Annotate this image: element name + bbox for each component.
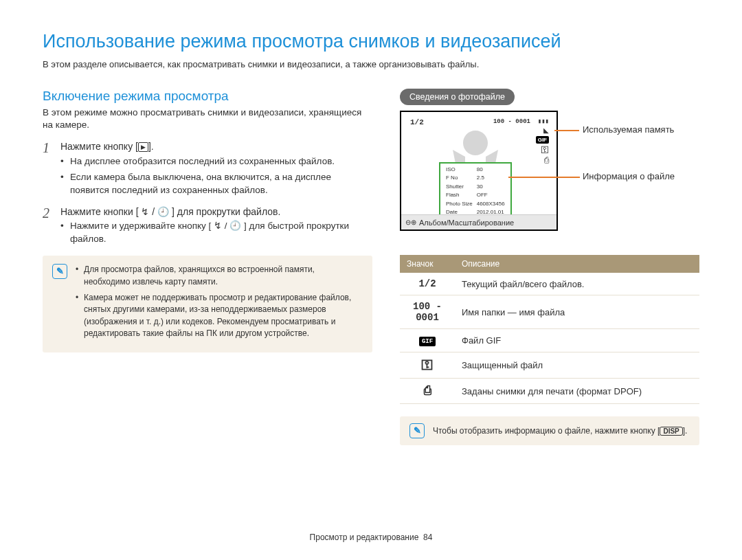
callout-memory: Используемая память [583, 124, 674, 135]
row-icon-counter: 1/2 [400, 273, 455, 295]
note-item: Камера может не поддерживать просмотр и … [76, 292, 363, 340]
printer-icon: ⎙ [424, 384, 431, 398]
camera-screen-footer: ⊖⊕ Альбом/Масштабирование [401, 214, 556, 229]
step1-label-post: ]. [148, 141, 154, 152]
footer-chapter: Просмотр и редактирование [310, 533, 419, 542]
top-right-icon-stack: 100 - 0001 ▮▮▮ ◣ GIF ⚿ ⎙ [493, 117, 549, 164]
intro-text: В этом разделе описывается, как просматр… [43, 59, 699, 69]
section-heading: Включение режима просмотра [43, 89, 372, 104]
table-row: ⎙ Заданы снимки для печати (формат DPOF) [400, 379, 699, 404]
row-desc: Защищенный файл [455, 352, 699, 379]
table-row: GIF Файл GIF [400, 329, 699, 352]
table-row: ⚿ Защищенный файл [400, 352, 699, 379]
note-icon: ✎ [409, 423, 425, 438]
two-column-layout: Включение режима просмотра В этом режиме… [43, 89, 699, 445]
folder-file-label: 100 - 0001 ▮▮▮ [493, 117, 549, 125]
th-description: Описание [455, 255, 699, 273]
step-1-label: Нажмите кнопку [▶]. [60, 141, 372, 152]
row-desc: Заданы снимки для печати (формат DPOF) [455, 379, 699, 404]
file-info-table: ISO80 F No2.5 Shutter30 FlashOFF Photo S… [443, 165, 508, 217]
step-body: Нажмите кнопку [▶]. На дисплее отобразит… [60, 141, 372, 199]
note-box-disp: ✎ Чтобы отобразить информацию о файле, н… [400, 416, 699, 445]
row-icon-folderfile: 100 - 0001 [400, 295, 455, 329]
row-icon-key: ⚿ [400, 352, 455, 379]
section-paragraph: В этом режиме можно просматривать снимки… [43, 107, 372, 131]
gif-badge-icon: GIF [419, 337, 436, 346]
camera-screen: 1/2 100 - 0001 ▮▮▮ ◣ GIF ⚿ ⎙ ISO80 [400, 111, 558, 231]
right-column: Сведения о фотофайле 1/2 100 - 0001 ▮▮▮ … [400, 89, 699, 445]
printer-icon: ⎙ [544, 156, 549, 164]
table-row: 100 - 0001 Имя папки — имя файла [400, 295, 699, 329]
row-desc: Текущий файл/всего файлов. [455, 273, 699, 295]
page-footer: Просмотр и редактирование 84 [0, 533, 742, 542]
disp-button-icon: DISP [660, 427, 682, 436]
note-box: ✎ Для просмотра файлов, хранящихся во вс… [43, 256, 372, 352]
subsection-pill: Сведения о фотофайле [400, 89, 515, 105]
step-number: 2 [43, 206, 60, 249]
bullet: Если камера была выключена, она включитс… [60, 171, 372, 197]
note-icon: ✎ [52, 264, 67, 279]
footer-label: Альбом/Масштабирование [419, 219, 514, 227]
file-counter: 1/2 [410, 118, 424, 126]
footer-page-number: 84 [423, 533, 432, 542]
playback-button-icon: ▶ [138, 142, 148, 152]
page-title: Использование режима просмотра снимков и… [43, 31, 699, 52]
icon-description-table: Значок Описание 1/2 Текущий файл/всего ф… [400, 255, 699, 404]
camera-screen-figure: 1/2 100 - 0001 ▮▮▮ ◣ GIF ⚿ ⎙ ISO80 [400, 111, 699, 248]
step-2: 2 Нажмите кнопки [ ↯ / 🕘 ] для прокрутки… [43, 206, 372, 249]
callout-file-info: Информация о файле [583, 171, 675, 181]
zoom-icon: ⊖⊕ [405, 219, 416, 226]
row-desc: Файл GIF [455, 329, 699, 352]
row-icon-gif: GIF [400, 329, 455, 352]
step-number: 1 [43, 141, 60, 199]
step-1-bullets: На дисплее отобразится последний из сохр… [60, 155, 372, 197]
th-icon: Значок [400, 255, 455, 273]
step-1: 1 Нажмите кнопку [▶]. На дисплее отобраз… [43, 141, 372, 199]
step-2-bullets: Нажмите и удерживайте кнопку [ ↯ / 🕘 ] д… [60, 220, 372, 246]
callout-line [554, 130, 579, 131]
table-row: 1/2 Текущий файл/всего файлов. [400, 273, 699, 295]
callout-line [508, 177, 580, 178]
row-icon-printer: ⎙ [400, 379, 455, 404]
file-info-panel: ISO80 F No2.5 Shutter30 FlashOFF Photo S… [439, 162, 512, 220]
bullet: На дисплее отобразится последний из сохр… [60, 155, 372, 168]
row-desc: Имя папки — имя файла [455, 295, 699, 329]
note-list: Для просмотра файлов, хранящихся во встр… [76, 264, 363, 344]
bullet: Нажмите и удерживайте кнопку [ ↯ / 🕘 ] д… [60, 220, 372, 246]
left-column: Включение режима просмотра В этом режиме… [43, 89, 372, 445]
memory-card-icon: ◣ [543, 127, 549, 134]
step-body: Нажмите кнопки [ ↯ / 🕘 ] для прокрутки ф… [60, 206, 372, 249]
protected-key-icon: ⚿ [541, 146, 549, 154]
camera-screen-inner: 1/2 100 - 0001 ▮▮▮ ◣ GIF ⚿ ⎙ ISO80 [405, 115, 553, 226]
protected-key-icon: ⚿ [421, 359, 434, 372]
note-item: Для просмотра файлов, хранящихся во встр… [76, 264, 363, 288]
gif-badge-icon: GIF [536, 136, 549, 144]
note-text: Чтобы отобразить информацию о файле, наж… [433, 426, 687, 436]
step-2-label: Нажмите кнопки [ ↯ / 🕘 ] для прокрутки ф… [60, 206, 372, 217]
step1-label-pre: Нажмите кнопку [ [60, 141, 138, 152]
